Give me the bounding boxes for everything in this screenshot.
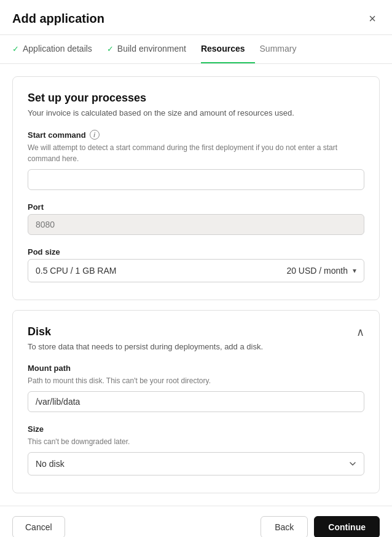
modal-footer: Cancel Back Continue — [0, 506, 392, 537]
disk-section: Disk To store data that needs to persist… — [12, 310, 380, 493]
mount-path-hint: Path to mount this disk. This can't be y… — [28, 375, 364, 386]
start-command-label: Start command i — [28, 130, 364, 140]
disk-size-field-group: Size This can't be downgraded later. No … — [28, 424, 364, 475]
processes-section: Set up your processes Your invoice is ca… — [12, 76, 380, 300]
pod-size-spec: 0.5 CPU / 1 GB RAM — [36, 266, 116, 276]
tab-summary[interactable]: Summary — [260, 35, 307, 63]
pod-size-chevron-icon: ▾ — [353, 266, 356, 275]
back-button[interactable]: Back — [261, 516, 308, 537]
processes-description: Your invoice is calculated based on the … — [28, 108, 364, 117]
disk-title: Disk — [28, 325, 263, 338]
pod-size-select[interactable]: 0.5 CPU / 1 GB RAM 20 USD / month ▾ — [28, 259, 364, 282]
modal-title: Add application — [12, 12, 104, 26]
modal-body: Set up your processes Your invoice is ca… — [0, 64, 392, 506]
pod-size-price: 20 USD / month — [286, 266, 348, 276]
disk-size-label: Size — [28, 424, 364, 434]
tab-label-application-details: Application details — [23, 44, 92, 54]
port-input[interactable] — [28, 214, 364, 235]
disk-size-hint: This can't be downgraded later. — [28, 436, 364, 447]
disk-description: To store data that needs to persist duri… — [28, 342, 263, 351]
processes-title: Set up your processes — [28, 92, 364, 105]
tab-build-environment[interactable]: ✓ Build environment — [107, 35, 196, 63]
start-command-input[interactable] — [28, 169, 364, 190]
start-command-field-group: Start command i We will attempt to detec… — [28, 130, 364, 190]
modal-header: Add application × — [0, 0, 392, 35]
mount-path-input[interactable] — [28, 391, 364, 412]
pod-size-right: 20 USD / month ▾ — [286, 266, 356, 276]
tabs-bar: ✓ Application details ✓ Build environmen… — [0, 35, 392, 64]
close-button[interactable]: × — [365, 11, 380, 26]
port-field-group: Port — [28, 202, 364, 235]
tab-check-icon-build-environment: ✓ — [107, 44, 114, 54]
port-label: Port — [28, 202, 364, 212]
disk-collapse-button[interactable]: ∧ — [356, 327, 364, 338]
tab-check-icon-application-details: ✓ — [12, 44, 19, 54]
disk-header: Disk To store data that needs to persist… — [28, 325, 364, 351]
start-command-hint: We will attempt to detect a start comman… — [28, 142, 364, 164]
mount-path-field-group: Mount path Path to mount this disk. This… — [28, 364, 364, 412]
disk-title-group: Disk To store data that needs to persist… — [28, 325, 263, 351]
tab-label-resources: Resources — [201, 44, 245, 54]
cancel-button[interactable]: Cancel — [12, 516, 65, 537]
disk-size-select[interactable]: No disk 1 GB 5 GB 10 GB 20 GB 50 GB — [28, 452, 364, 475]
tab-label-build-environment: Build environment — [117, 44, 186, 54]
add-application-modal: Add application × ✓ Application details … — [0, 0, 392, 537]
continue-button[interactable]: Continue — [314, 516, 380, 537]
pod-size-label: Pod size — [28, 247, 364, 257]
tab-resources[interactable]: Resources — [201, 35, 255, 63]
start-command-info-icon: i — [90, 130, 100, 140]
mount-path-label: Mount path — [28, 364, 364, 373]
tab-label-summary: Summary — [260, 44, 297, 54]
pod-size-field-group: Pod size 0.5 CPU / 1 GB RAM 20 USD / mon… — [28, 247, 364, 282]
tab-application-details[interactable]: ✓ Application details — [12, 35, 102, 63]
footer-right: Back Continue — [261, 516, 380, 537]
